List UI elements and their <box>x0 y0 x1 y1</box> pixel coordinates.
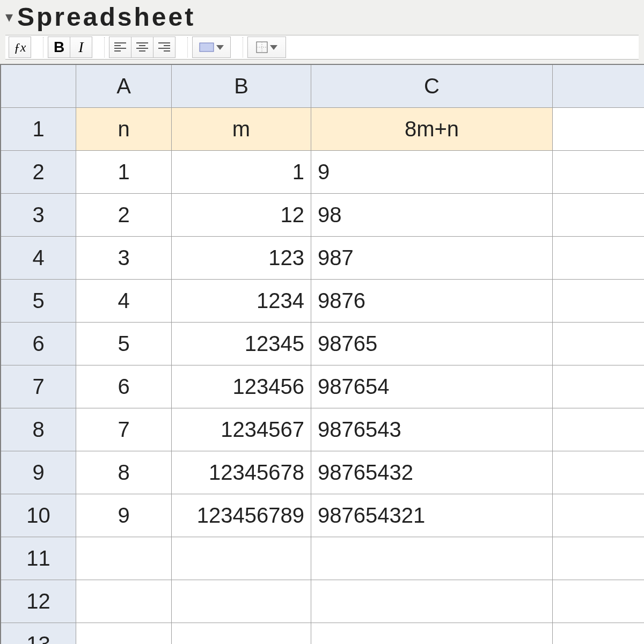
cell-C6[interactable]: 98765 <box>311 323 553 365</box>
borders-button[interactable] <box>247 36 286 58</box>
cell-B6[interactable]: 12345 <box>172 323 311 365</box>
italic-button[interactable]: I <box>70 36 92 58</box>
row-header[interactable]: 11 <box>1 537 76 580</box>
svg-rect-7 <box>139 50 145 52</box>
table-row: 4 3 123 987 <box>1 237 644 280</box>
row-header[interactable]: 2 <box>1 151 76 194</box>
cell-D13[interactable] <box>553 623 644 644</box>
cell-B10[interactable]: 123456789 <box>172 494 311 537</box>
cell-D10[interactable] <box>553 494 644 537</box>
row-header[interactable]: 12 <box>1 580 76 623</box>
cell-A5[interactable]: 4 <box>76 280 172 323</box>
cell-A1[interactable]: n <box>76 108 172 151</box>
cell-C3[interactable]: 98 <box>311 194 553 237</box>
row-header[interactable]: 9 <box>1 451 76 494</box>
toolbar-group-align <box>104 37 180 57</box>
cell-C8[interactable]: 9876543 <box>311 408 553 451</box>
italic-icon: I <box>78 39 83 56</box>
svg-rect-4 <box>136 42 148 43</box>
cell-D5[interactable] <box>553 280 644 323</box>
cell-A13[interactable] <box>76 623 172 644</box>
toolbar-group-fill <box>187 37 235 57</box>
cell-D3[interactable] <box>553 194 644 237</box>
fill-color-button[interactable] <box>192 36 231 58</box>
row-header[interactable]: 1 <box>1 108 76 151</box>
row-header[interactable]: 10 <box>1 494 76 537</box>
cell-A2[interactable]: 1 <box>76 151 172 194</box>
cell-C2[interactable]: 9 <box>311 151 553 194</box>
cell-D7[interactable] <box>553 365 644 408</box>
row-header[interactable]: 5 <box>1 280 76 323</box>
column-header-A[interactable]: A <box>76 65 172 108</box>
align-right-button[interactable] <box>153 36 175 58</box>
cell-D2[interactable] <box>553 151 644 194</box>
cell-C13[interactable] <box>311 623 553 644</box>
cell-A7[interactable]: 6 <box>76 365 172 408</box>
cell-A3[interactable]: 2 <box>76 194 172 237</box>
spreadsheet-grid[interactable]: A B C 1 n m 8m+n 2 1 1 9 3 2 12 98 4 3 1… <box>0 64 644 644</box>
cell-B1[interactable]: m <box>172 108 311 151</box>
cell-D6[interactable] <box>553 323 644 365</box>
svg-rect-10 <box>158 48 170 49</box>
cell-A6[interactable]: 5 <box>76 323 172 365</box>
toolbar-group-formula: ƒx <box>9 37 35 57</box>
cell-B3[interactable]: 12 <box>172 194 311 237</box>
cell-A4[interactable]: 3 <box>76 237 172 280</box>
cell-C12[interactable] <box>311 580 553 623</box>
cell-C7[interactable]: 987654 <box>311 365 553 408</box>
table-row: 9 8 12345678 98765432 <box>1 451 644 494</box>
cell-A12[interactable] <box>76 580 172 623</box>
chevron-down-icon <box>216 45 224 50</box>
cell-D1[interactable] <box>553 108 644 151</box>
table-row: 6 5 12345 98765 <box>1 323 644 365</box>
cell-A10[interactable]: 9 <box>76 494 172 537</box>
table-row: 7 6 123456 987654 <box>1 365 644 408</box>
select-all-corner[interactable] <box>1 65 76 108</box>
cell-B11[interactable] <box>172 537 311 580</box>
cell-D4[interactable] <box>553 237 644 280</box>
cell-C9[interactable]: 98765432 <box>311 451 553 494</box>
bold-icon: B <box>54 39 64 56</box>
cell-C11[interactable] <box>311 537 553 580</box>
cell-D12[interactable] <box>553 580 644 623</box>
fx-button[interactable]: ƒx <box>9 36 31 58</box>
cell-C1[interactable]: 8m+n <box>311 108 553 151</box>
column-header-D[interactable] <box>553 65 644 108</box>
row-header[interactable]: 6 <box>1 323 76 365</box>
cell-B12[interactable] <box>172 580 311 623</box>
align-center-button[interactable] <box>131 36 153 58</box>
cell-B9[interactable]: 12345678 <box>172 451 311 494</box>
column-header-B[interactable]: B <box>172 65 311 108</box>
row-header[interactable]: 3 <box>1 194 76 237</box>
cell-D8[interactable] <box>553 408 644 451</box>
cell-D11[interactable] <box>553 537 644 580</box>
cell-D9[interactable] <box>553 451 644 494</box>
row-header[interactable]: 4 <box>1 237 76 280</box>
row-header[interactable]: 8 <box>1 408 76 451</box>
cell-A8[interactable]: 7 <box>76 408 172 451</box>
cell-C5[interactable]: 9876 <box>311 280 553 323</box>
cell-B2[interactable]: 1 <box>172 151 311 194</box>
svg-rect-1 <box>114 45 121 46</box>
panel-header: ▾ Spreadsheet <box>0 0 644 35</box>
cell-C10[interactable]: 987654321 <box>311 494 553 537</box>
cell-B13[interactable] <box>172 623 311 644</box>
row-header[interactable]: 13 <box>1 623 76 644</box>
cell-B4[interactable]: 123 <box>172 237 311 280</box>
cell-B8[interactable]: 1234567 <box>172 408 311 451</box>
cell-A11[interactable] <box>76 537 172 580</box>
collapse-icon[interactable]: ▾ <box>5 10 13 25</box>
cell-B5[interactable]: 1234 <box>172 280 311 323</box>
column-header-C[interactable]: C <box>311 65 553 108</box>
table-row: 13 <box>1 623 644 644</box>
fill-color-icon <box>199 42 214 52</box>
cell-B7[interactable]: 123456 <box>172 365 311 408</box>
row-header[interactable]: 7 <box>1 365 76 408</box>
svg-rect-8 <box>158 42 170 43</box>
bold-button[interactable]: B <box>48 36 70 58</box>
cell-C4[interactable]: 987 <box>311 237 553 280</box>
align-left-button[interactable] <box>109 36 131 58</box>
table-row: 3 2 12 98 <box>1 194 644 237</box>
table-row: 2 1 1 9 <box>1 151 644 194</box>
cell-A9[interactable]: 8 <box>76 451 172 494</box>
